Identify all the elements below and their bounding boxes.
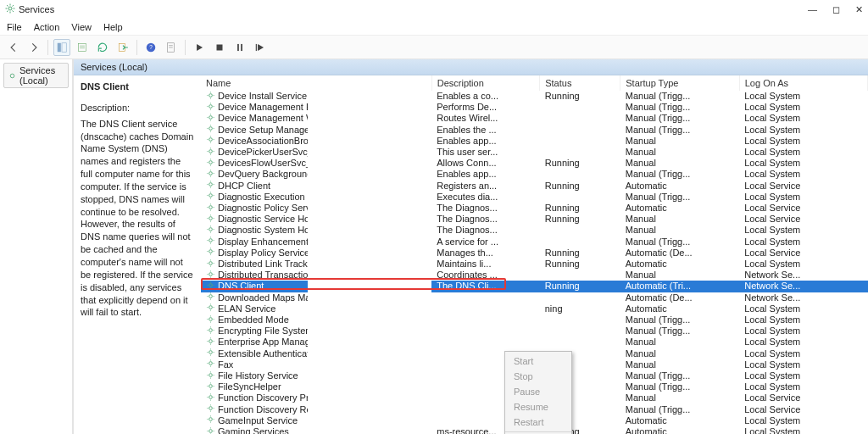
service-startup: Automatic (De... xyxy=(620,248,739,259)
service-status: Running xyxy=(540,91,620,102)
table-row[interactable]: DevicePickerUserSvc_5ce8fThis user ser..… xyxy=(201,147,868,158)
service-startup: Manual xyxy=(620,348,739,359)
service-name: GameInput Service xyxy=(218,415,298,426)
service-status: Running xyxy=(540,158,620,169)
service-icon xyxy=(206,125,215,136)
table-row[interactable]: Enterprise App ManageManualLocal System xyxy=(201,337,868,348)
svg-point-0 xyxy=(8,7,12,10)
service-logon: Local Service xyxy=(739,404,867,415)
service-desc: Registers an... xyxy=(431,181,539,192)
menu-file[interactable]: File xyxy=(7,22,22,32)
maximize-button[interactable]: ◻ xyxy=(832,4,840,15)
service-name: Extensible Authenticatic xyxy=(218,348,308,359)
table-row[interactable]: Diagnostic System HostThe Diagnos...Manu… xyxy=(201,225,868,236)
table-row[interactable]: Embedded ModeManual (Trigg...Local Syste… xyxy=(201,314,868,326)
svg-point-110 xyxy=(209,284,213,287)
service-name: Device Management Enroll... xyxy=(218,102,308,113)
restart-service-button[interactable] xyxy=(252,39,269,56)
table-row[interactable]: Distributed Transaction Coor...Coordinat… xyxy=(201,270,868,281)
ctx-start: Start xyxy=(505,353,571,369)
service-status: Running xyxy=(540,281,620,292)
service-name: Downloaded Maps Man xyxy=(218,292,308,303)
service-startup: Manual (Trigg... xyxy=(620,113,739,124)
table-row[interactable]: ELAN ServiceningAutomaticLocal System xyxy=(201,303,868,314)
menu-view[interactable]: View xyxy=(71,22,92,32)
svg-point-85 xyxy=(209,228,213,231)
service-logon: Local System xyxy=(739,314,867,326)
col-status[interactable]: Status xyxy=(540,75,620,91)
table-row[interactable]: Diagnostic Execution ServiceExecutes dia… xyxy=(201,192,868,203)
close-button[interactable]: ✕ xyxy=(855,4,863,15)
service-logon: Local System xyxy=(739,381,867,392)
export-button[interactable] xyxy=(114,39,131,56)
content-header: Services (Local) xyxy=(74,59,868,75)
service-startup: Manual (Trigg... xyxy=(620,370,739,381)
pause-service-button[interactable] xyxy=(231,39,248,56)
svg-line-7 xyxy=(13,5,14,7)
nav-services-local[interactable]: Services (Local) xyxy=(3,63,69,88)
table-row[interactable]: Downloaded Maps ManAutomatic (De...Netwo… xyxy=(201,292,868,303)
menu-help[interactable]: Help xyxy=(103,22,123,32)
service-logon: Local System xyxy=(739,359,867,370)
service-icon xyxy=(206,292,215,303)
service-name: File History Service xyxy=(218,370,298,381)
svg-point-24 xyxy=(10,74,14,78)
table-row[interactable]: Device Setup ManagerEnables the ...Manua… xyxy=(201,125,868,136)
svg-text:?: ? xyxy=(149,44,153,50)
menu-action[interactable]: Action xyxy=(34,22,60,32)
service-status: ning xyxy=(540,303,620,314)
help-topics-button[interactable] xyxy=(163,39,180,56)
service-icon xyxy=(206,248,215,259)
table-row[interactable]: Distributed Link Tracking Cli...Maintain… xyxy=(201,259,868,270)
svg-rect-22 xyxy=(241,43,242,50)
service-startup: Automatic xyxy=(620,181,739,192)
service-name: FileSyncHelper xyxy=(218,381,281,392)
table-row[interactable]: Device Management Wireles...Routes Wirel… xyxy=(201,113,868,124)
service-desc: The DNS Cli... xyxy=(431,281,539,292)
service-name: Gaming Services xyxy=(218,426,289,434)
ctx-pause: Pause xyxy=(505,384,571,399)
table-row[interactable]: Display Policy ServiceManages th...Runni… xyxy=(201,248,868,259)
col-name[interactable]: Name xyxy=(201,75,431,91)
table-row[interactable]: DevicesFlowUserSvc_5ce8fAllows Conn...Ru… xyxy=(201,158,868,169)
help-button[interactable]: ? xyxy=(142,39,159,56)
app-icon xyxy=(5,3,15,15)
refresh-button[interactable] xyxy=(94,39,111,56)
stop-service-button[interactable] xyxy=(211,39,228,56)
minimize-button[interactable]: — xyxy=(808,4,817,15)
table-row[interactable]: Diagnostic Service HostThe Diagnos...Run… xyxy=(201,214,868,225)
svg-line-6 xyxy=(13,11,14,13)
show-hide-tree-button[interactable] xyxy=(53,39,70,56)
table-row[interactable]: Diagnostic Policy ServiceThe Diagnos...R… xyxy=(201,203,868,214)
col-startup[interactable]: Startup Type xyxy=(620,75,739,91)
table-row[interactable]: Encrypting File System (Manual (Trigg...… xyxy=(201,326,868,337)
service-name: Fax xyxy=(218,359,233,370)
table-row[interactable]: DNS ClientThe DNS Cli...RunningAutomatic… xyxy=(201,281,868,292)
table-row[interactable]: Device Management Enroll...Performs De..… xyxy=(201,102,868,113)
table-row[interactable]: DevQuery Background Disc...Enables app..… xyxy=(201,169,868,180)
properties-button[interactable] xyxy=(74,39,91,56)
service-startup: Manual xyxy=(620,147,739,158)
table-row[interactable]: DHCP ClientRegisters an...RunningAutomat… xyxy=(201,181,868,192)
col-description[interactable]: Description xyxy=(431,75,539,91)
service-icon xyxy=(206,169,215,180)
service-grid[interactable]: Name Description Status Startup Type Log… xyxy=(201,75,868,434)
table-row[interactable]: Display Enhancement ServiceA service for… xyxy=(201,236,868,248)
ctx-resume: Resume xyxy=(505,399,571,415)
table-row[interactable]: Device Install ServiceEnables a co...Run… xyxy=(201,91,868,102)
col-logon[interactable]: Log On As xyxy=(739,75,867,91)
svg-point-90 xyxy=(209,239,213,242)
svg-point-125 xyxy=(209,317,213,320)
service-logon: Local System xyxy=(739,303,867,314)
forward-button[interactable] xyxy=(25,39,42,56)
svg-rect-14 xyxy=(119,43,125,51)
svg-point-75 xyxy=(209,205,213,209)
svg-rect-11 xyxy=(78,43,86,51)
svg-point-80 xyxy=(209,216,213,220)
svg-point-135 xyxy=(209,340,213,343)
start-service-button[interactable] xyxy=(191,39,208,56)
table-row[interactable]: DeviceAssociationBrokerSvc...Enables app… xyxy=(201,136,868,147)
back-button[interactable] xyxy=(5,39,22,56)
service-icon xyxy=(206,281,215,292)
service-status: Running xyxy=(540,248,620,259)
